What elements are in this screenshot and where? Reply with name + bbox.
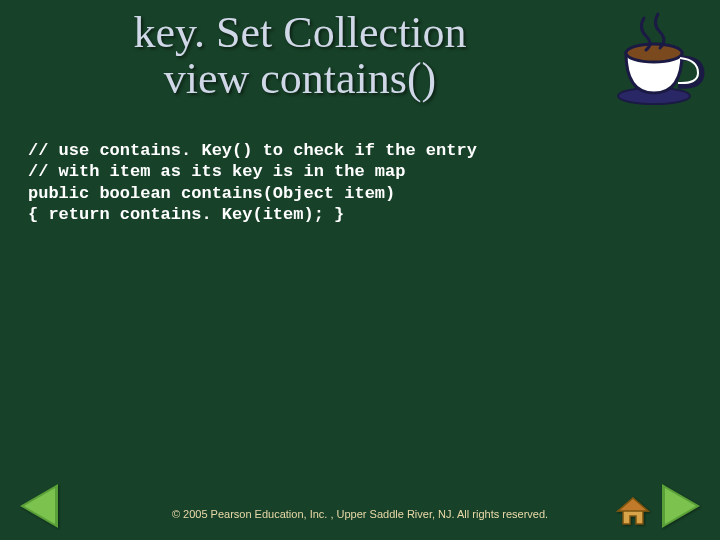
next-slide-button[interactable] bbox=[662, 484, 700, 528]
code-line-1: // use contains. Key() to check if the e… bbox=[28, 141, 477, 160]
code-line-2: // with item as its key is in the map bbox=[28, 162, 405, 181]
code-line-4: { return contains. Key(item); } bbox=[28, 205, 344, 224]
copyright-footer: © 2005 Pearson Education, Inc. , Upper S… bbox=[0, 508, 720, 520]
code-line-3: public boolean contains(Object item) bbox=[28, 184, 395, 203]
slide-container: key. Set Collection view contains() // u… bbox=[0, 0, 720, 540]
home-button[interactable] bbox=[616, 496, 650, 526]
code-block: // use contains. Key() to check if the e… bbox=[28, 140, 692, 225]
previous-slide-button[interactable] bbox=[20, 484, 58, 528]
svg-marker-3 bbox=[618, 498, 648, 511]
title-line-2: view contains() bbox=[164, 54, 436, 103]
title-line-1: key. Set Collection bbox=[133, 8, 466, 57]
coffee-cup-icon bbox=[606, 8, 706, 108]
svg-point-1 bbox=[626, 44, 682, 62]
slide-title: key. Set Collection view contains() bbox=[0, 10, 600, 102]
